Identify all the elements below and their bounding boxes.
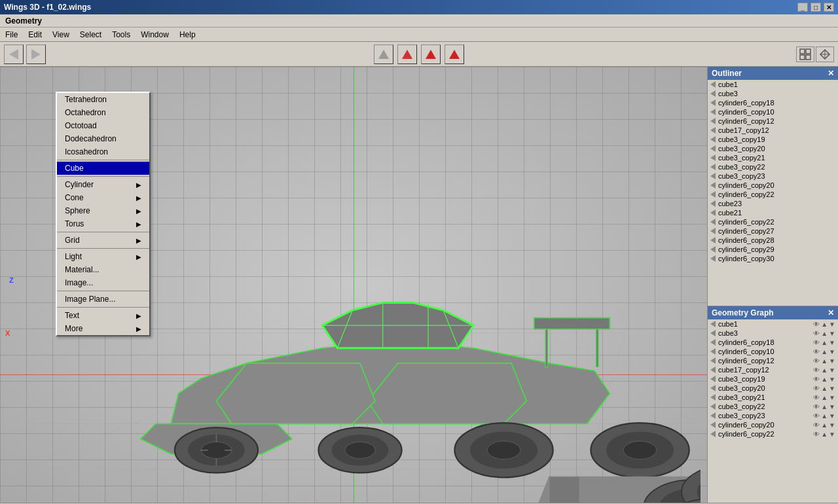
outliner-item-cube1[interactable]: cube1 bbox=[708, 80, 838, 89]
menu-view[interactable]: View bbox=[47, 27, 75, 41]
dropdown-menu[interactable]: Tetrahedron Octahedron Octotoad Dodecahe… bbox=[56, 92, 151, 336]
eye-icon-10[interactable]: 👁 bbox=[813, 403, 820, 410]
menu-octahedron[interactable]: Octahedron bbox=[57, 106, 149, 119]
geo-item-cyl6c22[interactable]: cylinder6_copy22 👁 ▲ ▼ bbox=[708, 429, 838, 439]
geo-graph-close[interactable]: ✕ bbox=[828, 308, 834, 317]
menu-help[interactable]: Help bbox=[174, 27, 201, 41]
menu-torus[interactable]: Torus ▶ bbox=[57, 217, 149, 230]
eye-icon-13[interactable]: 👁 bbox=[813, 431, 820, 438]
outliner-item-cube17c12[interactable]: cube17_copy12 bbox=[708, 126, 838, 135]
menu-cube[interactable]: Cube bbox=[57, 162, 149, 175]
tri-red-btn-1[interactable] bbox=[421, 45, 441, 64]
maximize-button[interactable]: □ bbox=[811, 3, 821, 12]
outliner-item-cyl6c28[interactable]: cylinder6_copy28 bbox=[708, 236, 838, 245]
down-arrow-icon-5[interactable]: ▼ bbox=[829, 357, 835, 365]
menu-image-plane[interactable]: Image Plane... bbox=[57, 293, 149, 306]
up-arrow-icon-5[interactable]: ▲ bbox=[821, 357, 828, 365]
geo-item-cube3c23[interactable]: cube3_copy23 👁 ▲ ▼ bbox=[708, 411, 838, 420]
outliner-close[interactable]: ✕ bbox=[828, 69, 834, 78]
minimize-button[interactable]: _ bbox=[797, 3, 808, 12]
outliner-item-cube23[interactable]: cube23 bbox=[708, 199, 838, 208]
title-bar-controls[interactable]: _ □ ✕ bbox=[797, 3, 834, 12]
outliner-item-cube3c19[interactable]: cube3_copy19 bbox=[708, 135, 838, 144]
down-arrow-icon-3[interactable]: ▼ bbox=[829, 339, 835, 346]
menu-edit[interactable]: Edit bbox=[23, 27, 47, 41]
geo-item-cube1[interactable]: cube1 👁 ▲ ▼ bbox=[708, 319, 838, 329]
down-arrow-icon-8[interactable]: ▼ bbox=[829, 385, 835, 392]
up-arrow-icon-12[interactable]: ▲ bbox=[821, 422, 828, 429]
eye-icon-8[interactable]: 👁 bbox=[813, 385, 820, 392]
down-arrow-icon[interactable]: ▼ bbox=[829, 321, 835, 328]
outliner-item-cyl6c22b[interactable]: cylinder6_copy22 bbox=[708, 217, 838, 226]
outliner-item-cyl6c22[interactable]: cylinder6_copy22 bbox=[708, 190, 838, 199]
outliner-item-cube3[interactable]: cube3 bbox=[708, 89, 838, 98]
outliner-item-cube3c20[interactable]: cube3_copy20 bbox=[708, 144, 838, 153]
up-arrow-icon-9[interactable]: ▲ bbox=[821, 394, 828, 401]
eye-icon-2[interactable]: 👁 bbox=[813, 330, 820, 337]
outliner-item-cyl6c10[interactable]: cylinder6_copy10 bbox=[708, 107, 838, 117]
up-arrow-icon-10[interactable]: ▲ bbox=[821, 403, 828, 410]
eye-icon-9[interactable]: 👁 bbox=[813, 394, 820, 401]
geo-item-cyl6c12[interactable]: cylinder6_copy12 👁 ▲ ▼ bbox=[708, 356, 838, 365]
down-arrow-icon-13[interactable]: ▼ bbox=[829, 431, 835, 438]
eye-icon-5[interactable]: 👁 bbox=[813, 357, 820, 365]
menu-file[interactable]: File bbox=[0, 27, 23, 41]
geo-item-cube3[interactable]: cube3 👁 ▲ ▼ bbox=[708, 329, 838, 338]
geo-item-cube17c12[interactable]: cube17_copy12 👁 ▲ ▼ bbox=[708, 365, 838, 374]
up-arrow-icon-8[interactable]: ▲ bbox=[821, 385, 828, 392]
menu-light[interactable]: Light ▶ bbox=[57, 250, 149, 263]
menu-window[interactable]: Window bbox=[136, 27, 174, 41]
down-arrow-icon-11[interactable]: ▼ bbox=[829, 412, 835, 420]
outliner-item-cyl6c20[interactable]: cylinder6_copy20 bbox=[708, 181, 838, 190]
outliner-item-cube3c22[interactable]: cube3_copy22 bbox=[708, 162, 838, 171]
menu-image[interactable]: Image... bbox=[57, 276, 149, 289]
outliner-list[interactable]: cube1 cube3 cylinder6_copy18 cylinder6_c… bbox=[708, 80, 838, 306]
geo-item-cube3c21[interactable]: cube3_copy21 👁 ▲ ▼ bbox=[708, 393, 838, 402]
eye-icon-11[interactable]: 👁 bbox=[813, 412, 820, 420]
menu-cylinder[interactable]: Cylinder ▶ bbox=[57, 178, 149, 191]
tri-red-btn-2[interactable] bbox=[445, 45, 464, 64]
down-arrow-icon-7[interactable]: ▼ bbox=[829, 376, 835, 383]
geo-item-cube3c19[interactable]: cube3_copy19 👁 ▲ ▼ bbox=[708, 374, 838, 384]
geo-item-cyl6c10[interactable]: cylinder6_copy10 👁 ▲ ▼ bbox=[708, 347, 838, 356]
outliner-item-cube3c23[interactable]: cube3_copy23 bbox=[708, 171, 838, 181]
menu-sphere[interactable]: Sphere ▶ bbox=[57, 204, 149, 217]
menu-icosahedron[interactable]: Icosahedron bbox=[57, 145, 149, 158]
menu-text[interactable]: Text ▶ bbox=[57, 309, 149, 322]
menu-select[interactable]: Select bbox=[75, 27, 107, 41]
menu-tetrahedron[interactable]: Tetrahedron bbox=[57, 93, 149, 106]
geo-item-cyl6c20[interactable]: cylinder6_copy20 👁 ▲ ▼ bbox=[708, 420, 838, 429]
down-arrow-icon-9[interactable]: ▼ bbox=[829, 394, 835, 401]
back-button[interactable] bbox=[4, 45, 24, 64]
up-arrow-icon-11[interactable]: ▲ bbox=[821, 412, 828, 420]
up-arrow-icon-13[interactable]: ▲ bbox=[821, 431, 828, 438]
geo-item-cube3c20[interactable]: cube3_copy20 👁 ▲ ▼ bbox=[708, 384, 838, 393]
tri-outline-btn-2[interactable] bbox=[397, 45, 417, 64]
menu-more[interactable]: More ▶ bbox=[57, 322, 149, 335]
eye-icon-12[interactable]: 👁 bbox=[813, 422, 820, 429]
menu-grid[interactable]: Grid ▶ bbox=[57, 234, 149, 247]
menu-cone[interactable]: Cone ▶ bbox=[57, 191, 149, 204]
menu-tools[interactable]: Tools bbox=[107, 27, 136, 41]
outliner-item-cyl6c30[interactable]: cylinder6_copy30 bbox=[708, 254, 838, 263]
eye-icon[interactable]: 👁 bbox=[813, 321, 820, 328]
tri-outline-btn-1[interactable] bbox=[374, 45, 393, 64]
geo-item-cube3c22[interactable]: cube3_copy22 👁 ▲ ▼ bbox=[708, 402, 838, 411]
down-arrow-icon-6[interactable]: ▼ bbox=[829, 367, 835, 374]
forward-button[interactable] bbox=[26, 45, 46, 64]
outliner-item-cyl6c18[interactable]: cylinder6_copy18 bbox=[708, 98, 838, 107]
viewport[interactable]: Z X bbox=[0, 67, 707, 503]
outliner-item-cyl6c12[interactable]: cylinder6_copy12 bbox=[708, 117, 838, 126]
eye-icon-3[interactable]: 👁 bbox=[813, 339, 820, 346]
up-arrow-icon-3[interactable]: ▲ bbox=[821, 339, 828, 346]
geo-item-cyl6c18[interactable]: cylinder6_copy18 👁 ▲ ▼ bbox=[708, 338, 838, 347]
close-button[interactable]: ✕ bbox=[824, 3, 834, 12]
up-arrow-icon-2[interactable]: ▲ bbox=[821, 330, 828, 337]
menu-dodecahedron[interactable]: Dodecahedron bbox=[57, 132, 149, 145]
down-arrow-icon-10[interactable]: ▼ bbox=[829, 403, 835, 410]
down-arrow-icon-4[interactable]: ▼ bbox=[829, 348, 835, 355]
up-arrow-icon[interactable]: ▲ bbox=[821, 321, 828, 328]
up-arrow-icon-6[interactable]: ▲ bbox=[821, 367, 828, 374]
up-arrow-icon-4[interactable]: ▲ bbox=[821, 348, 828, 355]
outliner-item-cube21[interactable]: cube21 bbox=[708, 208, 838, 217]
